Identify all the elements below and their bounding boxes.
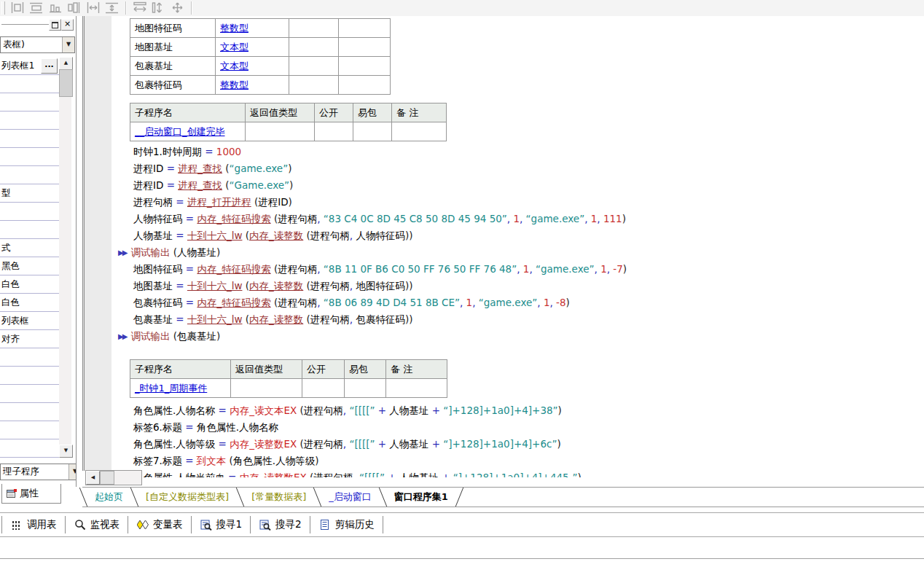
button-搜寻1[interactable]: 搜寻1 bbox=[194, 515, 249, 534]
align-edges-button[interactable] bbox=[65, 1, 84, 15]
table-cell[interactable]: 整数型 bbox=[216, 19, 289, 38]
property-row[interactable]: 白色 bbox=[0, 294, 59, 312]
tab-active[interactable]: 窗口程序集1 bbox=[384, 488, 458, 507]
button-搜寻2[interactable]: 搜寻2 bbox=[253, 515, 308, 534]
scroll-up-icon[interactable]: ▲ bbox=[59, 57, 73, 70]
table-cell[interactable] bbox=[392, 122, 447, 141]
table-cell[interactable] bbox=[345, 379, 386, 398]
code-line[interactable]: 地图基址 = 十到十六_lw (内存_读整数 (进程句柄, 地图特征码)) bbox=[109, 278, 924, 294]
scrollbar-thumb[interactable] bbox=[100, 471, 114, 485]
same-width-button[interactable] bbox=[130, 1, 149, 15]
table-cell[interactable]: __启动窗口_创建完毕 bbox=[130, 122, 246, 141]
property-row[interactable]: 白色 bbox=[0, 275, 59, 294]
editor-content[interactable]: 地图特征码整数型地图基址文本型包裹基址文本型包裹特征码整数型 子程序名返回值类型… bbox=[109, 16, 924, 477]
property-row[interactable] bbox=[0, 75, 59, 93]
restore-icon[interactable] bbox=[49, 19, 61, 31]
subroutine-link[interactable]: __启动窗口_创建完毕 bbox=[135, 126, 225, 137]
property-row[interactable]: 对齐 bbox=[0, 330, 59, 348]
component-select-dropdown[interactable]: 表框) ▼ bbox=[0, 36, 75, 53]
same-height-button[interactable] bbox=[149, 1, 168, 15]
code-line[interactable]: 标签7.标题 = 到文本 (角色属性.人物等级) bbox=[109, 453, 924, 469]
subroutine-link[interactable]: 文本型 bbox=[220, 42, 248, 52]
table-cell[interactable] bbox=[231, 379, 302, 398]
table-cell[interactable]: _时钟1_周期事件 bbox=[130, 379, 231, 398]
button-变量表[interactable]: 变量表 bbox=[130, 515, 189, 534]
property-row[interactable] bbox=[0, 93, 59, 112]
code-line[interactable]: 人物特征码 = 内存_特征码搜索 (进程句柄, “83 C4 0C 8D 45 … bbox=[109, 211, 924, 227]
subroutine-link[interactable]: 文本型 bbox=[220, 60, 248, 71]
code-line[interactable]: 进程ID = 进程_查找 (“game.exe”) bbox=[109, 160, 924, 177]
code-line[interactable]: 人物基址 = 十到十六_lw (内存_读整数 (进程句柄, 人物特征码)) bbox=[109, 227, 924, 244]
table-cell[interactable] bbox=[339, 38, 391, 57]
table-cell[interactable] bbox=[289, 57, 339, 76]
property-row[interactable] bbox=[0, 203, 59, 221]
property-row[interactable] bbox=[0, 385, 59, 403]
close-icon[interactable]: × bbox=[61, 19, 74, 31]
event-handler-dropdown[interactable]: 理子程序 ▼ bbox=[0, 464, 82, 480]
tab-properties[interactable]: 属性 bbox=[1, 484, 61, 504]
table-cell[interactable] bbox=[302, 379, 345, 398]
property-row[interactable] bbox=[0, 221, 59, 239]
code-line[interactable]: 角色属性.人物等级 = 内存_读整数EX (进程句柄, “[[[[” + 人物基… bbox=[109, 436, 924, 453]
horizontal-scrollbar[interactable]: ◀ bbox=[85, 470, 142, 485]
panel-drag-handle[interactable] bbox=[1, 24, 50, 27]
table-cell[interactable]: 文本型 bbox=[216, 38, 289, 57]
tab-item[interactable]: _启动窗口 bbox=[318, 488, 382, 507]
table-cell[interactable] bbox=[289, 19, 339, 38]
table-cell[interactable] bbox=[289, 76, 339, 95]
code-line[interactable]: 标签6.标题 = 角色属性.人物名称 bbox=[109, 419, 924, 436]
property-row[interactable] bbox=[0, 421, 59, 439]
code-line[interactable]: ↓ +角色属性.人物名称 = 内存_读文本EX (进程句柄, “[[[[” + … bbox=[109, 402, 924, 419]
property-row[interactable]: 型 bbox=[0, 184, 59, 203]
property-row[interactable] bbox=[0, 112, 59, 130]
property-row[interactable] bbox=[0, 166, 59, 184]
toolbar-grip[interactable] bbox=[1, 1, 5, 15]
table-cell[interactable]: 包裹特征码 bbox=[130, 76, 216, 95]
table-cell[interactable] bbox=[353, 122, 392, 141]
property-row[interactable] bbox=[0, 439, 59, 458]
table-cell[interactable] bbox=[339, 57, 391, 76]
align-center-horizontal-button[interactable] bbox=[8, 1, 27, 15]
subroutine-link[interactable]: 整数型 bbox=[220, 79, 248, 90]
property-row[interactable] bbox=[0, 367, 59, 385]
property-row[interactable] bbox=[0, 403, 59, 421]
code-line[interactable]: ▶▶调试输出 (人物基址) bbox=[109, 244, 924, 261]
table-cell[interactable]: 整数型 bbox=[216, 76, 289, 95]
property-row[interactable]: 式 bbox=[0, 239, 59, 257]
property-row[interactable] bbox=[0, 148, 59, 166]
space-equal-horizontal-button[interactable] bbox=[84, 1, 103, 15]
align-bottom-button[interactable] bbox=[46, 1, 65, 15]
subroutine-link[interactable]: _时钟1_周期事件 bbox=[135, 383, 207, 394]
tab-item[interactable]: 起始页 bbox=[85, 488, 133, 507]
table-cell[interactable]: 包裹基址 bbox=[130, 57, 216, 76]
code-line[interactable]: 包裹基址 = 十到十六_lw (内存_读整数 (进程句柄, 包裹特征码)) bbox=[109, 311, 924, 328]
table-cell[interactable] bbox=[339, 76, 391, 95]
table-cell[interactable] bbox=[386, 379, 447, 398]
table-cell[interactable] bbox=[246, 122, 315, 141]
code-line[interactable]: 进程ID = 进程_查找 (“Game.exe”) bbox=[109, 177, 924, 194]
button-调用表[interactable]: 调用表 bbox=[4, 515, 63, 534]
tab-item[interactable]: [常量数据表] bbox=[241, 488, 316, 507]
space-equal-vertical-button[interactable] bbox=[103, 1, 122, 15]
scroll-down-icon[interactable]: ▼ bbox=[59, 445, 73, 458]
property-row[interactable]: 黑色 bbox=[0, 257, 59, 275]
table-cell[interactable]: 地图特征码 bbox=[130, 19, 216, 38]
code-line[interactable]: 角色属性.人物当前血 = 内存_读整数EX (进程句柄, “[[[[” + 人物… bbox=[109, 469, 924, 477]
ellipsis-button[interactable]: ... bbox=[41, 58, 58, 74]
button-监视表[interactable]: 监视表 bbox=[68, 515, 127, 534]
table-cell[interactable]: 文本型 bbox=[216, 57, 289, 76]
table-cell[interactable] bbox=[339, 19, 391, 38]
table-cell[interactable] bbox=[289, 38, 339, 57]
property-row[interactable] bbox=[0, 348, 59, 367]
same-size-button[interactable] bbox=[168, 1, 187, 15]
property-row[interactable] bbox=[0, 130, 59, 148]
scroll-left-icon[interactable]: ◀ bbox=[86, 471, 100, 485]
chevron-down-icon[interactable]: ▼ bbox=[62, 37, 74, 52]
subroutine-link[interactable]: 整数型 bbox=[220, 23, 248, 34]
button-剪辑历史[interactable]: 剪辑历史 bbox=[313, 515, 381, 534]
table-cell[interactable] bbox=[315, 122, 353, 141]
code-line[interactable]: 地图特征码 = 内存_特征码搜索 (进程句柄, “8B 11 0F B6 C0 … bbox=[109, 261, 924, 278]
property-grid-scrollbar[interactable]: ▲ ▼ bbox=[59, 57, 71, 458]
property-row[interactable]: 列表框 bbox=[0, 312, 59, 330]
code-line[interactable]: ▶▶调试输出 (包裹基址) bbox=[109, 328, 924, 345]
